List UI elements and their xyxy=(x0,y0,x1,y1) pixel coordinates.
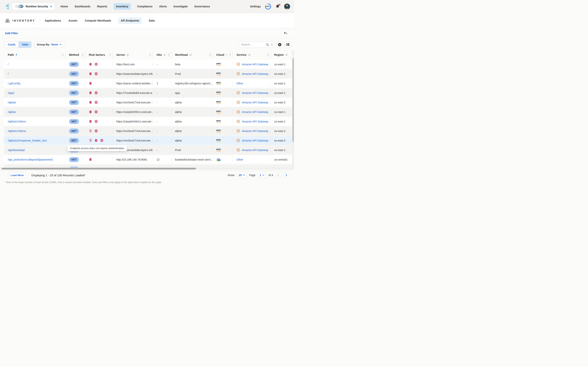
unauthenticated-risk-icon[interactable] xyxy=(89,63,92,66)
sensitive-data-risk-icon[interactable] xyxy=(89,129,92,133)
tab-data[interactable]: Data xyxy=(148,17,155,24)
internet-exposed-risk-icon[interactable] xyxy=(94,110,98,114)
endpoint-path-link[interactable]: /alpha/v1/items xyxy=(8,129,26,133)
column-header-region[interactable]: Region xyxy=(270,50,293,59)
rows-per-page-select[interactable]: 25 xyxy=(237,172,247,178)
endpoint-path-link[interactable]: /alpha/ xyxy=(8,101,16,104)
nav-item-investigate[interactable]: Investigate xyxy=(173,3,188,10)
internet-exposed-risk-icon[interactable] xyxy=(94,120,98,123)
sort-icon[interactable] xyxy=(189,53,192,56)
unauthenticated-risk-icon[interactable] xyxy=(89,120,92,123)
sensitive-data-risk-icon[interactable] xyxy=(89,139,92,142)
search-input[interactable] xyxy=(241,43,266,46)
group-by-button[interactable]: Group By: None xyxy=(34,42,64,48)
internet-exposed-risk-icon[interactable] xyxy=(94,101,98,104)
tab-compute-workloads[interactable]: Compute Workloads xyxy=(84,17,112,24)
endpoint-path-link[interactable]: / xyxy=(8,72,8,75)
table-row[interactable]: /alpha/GEThttps://zanp0mh5m1.execute-...… xyxy=(4,108,293,116)
nav-item-dashboards[interactable]: Dashboards xyxy=(74,3,91,10)
view-toggle-cards[interactable]: Cards xyxy=(5,42,18,48)
unauthenticated-risk-icon[interactable] xyxy=(89,110,92,114)
table-row[interactable]: /alpha/v1/itemsGEThttps://zanp0mh5m1.exe… xyxy=(4,117,293,126)
export-csv-button[interactable] xyxy=(277,42,283,48)
sort-icon[interactable] xyxy=(226,53,227,56)
service-link[interactable]: Amazon API Gateway xyxy=(242,91,268,94)
load-more-button[interactable]: Load More xyxy=(8,172,26,178)
tab-api-endpoints[interactable]: API Endpoints xyxy=(118,17,142,24)
vertical-scrollbar-thumb[interactable] xyxy=(293,58,294,142)
internet-exposed-risk-icon[interactable] xyxy=(94,63,98,66)
credits-progress-ring[interactable]: 80% xyxy=(265,3,271,9)
table-row[interactable]: /GEThttps://www.lambda-layers.info-Proda… xyxy=(4,69,293,78)
tab-assets[interactable]: Assets xyxy=(68,17,78,24)
search-icon[interactable] xyxy=(266,43,269,46)
view-toggle-table[interactable]: Table xyxy=(18,42,32,48)
nav-item-governance[interactable]: Governance xyxy=(194,3,210,10)
reset-filters-button[interactable] xyxy=(283,31,288,36)
nav-item-home[interactable]: Home xyxy=(60,3,68,10)
endpoint-path-link[interactable]: /.git/config xyxy=(8,82,20,85)
table-row[interactable]: /GEThttps://test.com-betaawsAmazon API G… xyxy=(4,60,293,69)
user-avatar[interactable] xyxy=(284,3,290,9)
clear-search-icon[interactable] xyxy=(270,43,273,46)
nav-item-reports[interactable]: Reports xyxy=(97,3,108,10)
tab-applications[interactable]: Applications xyxy=(44,17,61,24)
service-link[interactable]: Amazon API Gateway xyxy=(242,129,268,133)
column-header-server[interactable]: Server xyxy=(112,50,153,59)
endpoint-path-link[interactable]: /alpha/v2/response_header_test xyxy=(8,139,47,142)
column-header-path[interactable]: Path xyxy=(4,50,65,59)
column-drag-handle[interactable] xyxy=(209,53,211,56)
vertical-scrollbar[interactable] xyxy=(292,50,294,167)
nav-item-inventory[interactable]: Inventory xyxy=(114,3,131,10)
sort-ascending-icon[interactable] xyxy=(15,53,17,56)
horizontal-scrollbar[interactable] xyxy=(0,167,294,170)
sort-icon[interactable] xyxy=(248,53,251,56)
unauthenticated-risk-icon[interactable] xyxy=(89,91,92,94)
service-link[interactable]: Amazon API Gateway xyxy=(242,149,268,152)
service-link[interactable]: Amazon API Gateway xyxy=(242,120,268,123)
endpoint-path-link[interactable]: /alpha/v1/items xyxy=(8,120,26,123)
column-header-method[interactable]: Method xyxy=(65,50,85,59)
table-row[interactable]: /alpha/v1/itemsGEThttps://xxr5w427md.exe… xyxy=(4,126,293,135)
next-page-button[interactable] xyxy=(283,172,289,178)
nav-item-compliance[interactable]: Compliance xyxy=(137,3,153,10)
unauthenticated-risk-icon[interactable] xyxy=(89,101,92,104)
sort-icon[interactable] xyxy=(163,53,166,56)
internet-exposed-risk-icon[interactable] xyxy=(94,91,98,94)
service-link[interactable]: Amazon API Gateway xyxy=(242,72,268,75)
unauthenticated-risk-icon[interactable] xyxy=(94,139,98,142)
table-row[interactable]: /alpha/GEThttps://xxr5w427md.execute-...… xyxy=(4,98,293,107)
table-row[interactable]: /ajay/GEThttps://7uvafudwb5.execute-a...… xyxy=(4,88,293,97)
add-filter-button[interactable]: Add Filter xyxy=(5,32,18,35)
table-row[interactable]: /.git/configGEThttps://yaron.os4test.twi… xyxy=(4,79,293,88)
sort-icon[interactable] xyxy=(126,53,129,56)
settings-link[interactable]: Settings xyxy=(250,5,261,8)
endpoint-path-link[interactable]: / xyxy=(8,63,8,66)
service-link[interactable]: Amazon API Gateway xyxy=(242,63,268,66)
product-switcher[interactable]: Runtime Security xyxy=(12,3,55,10)
endpoint-path-link[interactable]: /alpha/ xyxy=(8,110,16,114)
column-header-cloud[interactable]: Cloud xyxy=(212,50,233,59)
previous-page-button[interactable] xyxy=(275,172,281,178)
table-row[interactable]: /api_protection/collapsed/{parameter}GET… xyxy=(4,155,293,164)
service-link[interactable]: Other xyxy=(236,158,243,161)
table-row[interactable]: GEThttp://10.188.140.76:8081lizatwistloc… xyxy=(4,165,293,167)
horizontal-scrollbar-thumb[interactable] xyxy=(1,168,196,169)
sort-icon[interactable] xyxy=(285,53,288,56)
endpoint-path-link[interactable]: /api_protection/collapsed/{parameter} xyxy=(8,158,53,161)
service-link[interactable]: Other xyxy=(236,82,243,85)
table-row[interactable]: /alpha/v2/response_header_testGEThttps:/… xyxy=(4,136,293,145)
manage-columns-button[interactable] xyxy=(285,42,291,48)
unauthenticated-risk-icon[interactable] xyxy=(89,82,92,85)
unauthenticated-risk-icon[interactable] xyxy=(89,158,92,161)
nav-item-alerts[interactable]: Alerts xyxy=(159,3,167,10)
endpoint-path-link[interactable]: /ajay/ xyxy=(8,91,14,94)
service-link[interactable]: Amazon API Gateway xyxy=(242,101,268,104)
column-drag-handle[interactable] xyxy=(229,53,231,56)
column-drag-handle[interactable] xyxy=(62,53,64,56)
prisma-cloud-logo-icon[interactable] xyxy=(5,3,9,10)
column-header-hits[interactable]: Hits xyxy=(153,50,171,59)
page-select[interactable]: 1 xyxy=(258,172,266,178)
internet-exposed-risk-icon[interactable] xyxy=(100,139,103,142)
notifications-button[interactable] xyxy=(275,4,280,9)
